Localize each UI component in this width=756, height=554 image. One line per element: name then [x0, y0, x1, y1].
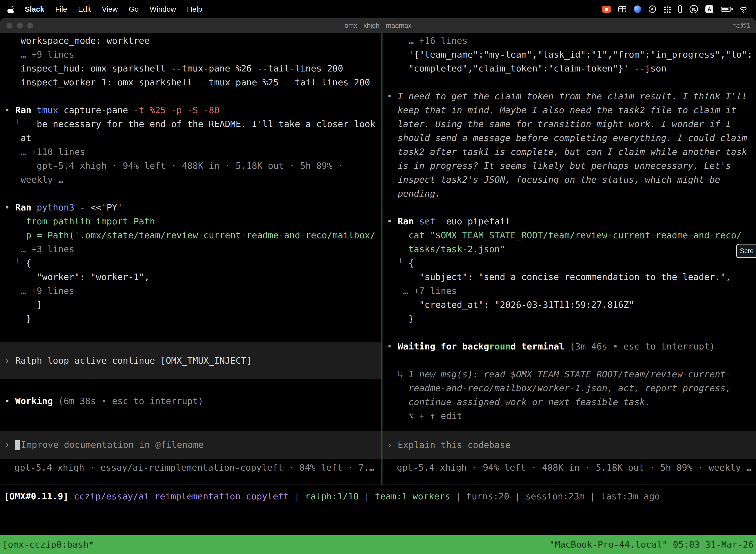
text-run: Working: [15, 396, 58, 406]
text-run: task2 after task1 is complete, but can I…: [387, 147, 747, 157]
wifi-icon[interactable]: [739, 5, 749, 13]
text-run: •: [387, 91, 397, 101]
minimize-button[interactable]: [17, 22, 23, 29]
battery-icon[interactable]: [721, 7, 731, 12]
text-run: '{"team_name":"my-team","task_id":"1","f…: [387, 49, 753, 60]
terminal-line: ↳ 1 new msg(s): read $OMX_TEAM_STATE_ROO…: [382, 367, 756, 381]
text-run: "worker": "worker-1",: [4, 272, 149, 282]
text-run: continue assigned work or next feasible …: [387, 397, 650, 407]
blue-app-icon[interactable]: [634, 5, 641, 13]
menu-bar: Slack FileEditViewGoWindowHelp 61A: [0, 0, 756, 18]
terminal-line: readme-and-reco/mailbox/worker-1.json, a…: [382, 381, 756, 395]
terminal-line: ]: [0, 298, 381, 312]
text-run: ⌥ + ↑ edit: [387, 411, 462, 421]
text-run: "created_at": "2026-03-31T11:59:27.816Z": [387, 299, 634, 310]
menu-list: FileEditViewGoWindowHelp: [55, 5, 202, 13]
left-prompt-line: › Improve documentation in @filename: [0, 440, 381, 450]
terminal-line: keep that in mind. Maybe I also need the…: [382, 103, 756, 117]
text-run: pending.: [387, 188, 441, 199]
apple-menu[interactable]: [7, 5, 15, 13]
tmux-status-left: [omx-cczip0:bash*: [2, 539, 94, 550]
menu-help[interactable]: Help: [187, 5, 202, 13]
text-run: -euo pipefail: [435, 216, 510, 226]
text-run: •: [4, 105, 15, 115]
text-run: ]: [4, 299, 42, 310]
text-run: inspect_hud: omx sparkshell --tmux-pane …: [4, 63, 343, 73]
text-run: should send a message before completing …: [387, 133, 747, 143]
dots-grid-icon[interactable]: [664, 6, 671, 13]
text-run: team:1 workers: [375, 491, 450, 501]
text-run: └: [387, 258, 408, 268]
text-run: last:3m ago: [601, 491, 660, 501]
terminal-line: • I need to get the claim token from the…: [382, 89, 756, 103]
figure-icon[interactable]: [678, 5, 682, 13]
menu-window[interactable]: Window: [149, 5, 176, 13]
terminal-line: at: [0, 131, 381, 145]
text-run: session:23m: [525, 491, 584, 501]
terminal-line: cat "$OMX_TEAM_STATE_ROOT/team/review-cu…: [382, 228, 756, 242]
text-run: |: [585, 491, 601, 501]
terminal-line: inspect_hud: omx sparkshell --tmux-pane …: [0, 62, 381, 75]
window-title-bar[interactable]: omx --xhigh --madmax ⌥⌘1: [0, 18, 756, 33]
text-run: gpt-5.4 xhigh · 94% left · 488K in · 5.1…: [4, 161, 343, 171]
menu-file[interactable]: File: [55, 5, 67, 13]
terminal-region: workspace_mode: worktree … +9 lines insp…: [0, 33, 756, 485]
menu-view[interactable]: View: [102, 5, 118, 13]
text-run: later. Using the same for transition mig…: [387, 119, 731, 129]
text-run: set: [419, 216, 435, 226]
text-run: |: [509, 491, 525, 501]
text-run: (3m 46s • esc to interrupt): [564, 341, 715, 351]
left-pane[interactable]: workspace_mode: worktree … +9 lines insp…: [0, 33, 381, 485]
right-pane-lines: … +16 lines '{"team_name":"my-team","tas…: [382, 34, 756, 423]
text-run: └: [4, 119, 37, 129]
right-prompt-input[interactable]: › Explain this codebase: [382, 431, 756, 459]
terminal-line: workspace_mode: worktree: [0, 34, 381, 48]
text-run: roun: [489, 341, 511, 351]
terminal-line: inspect_worker-1: omx sparkshell --tmux-…: [0, 75, 381, 89]
ralph-status-band: › Ralph loop active continue [OMX_TMUX_I…: [0, 342, 381, 379]
terminal-line: • Ran python3 - <<'PY': [0, 201, 381, 214]
left-prompt-input[interactable]: › Improve documentation in @filename: [0, 431, 381, 459]
window-title: omx --xhigh --madmax: [344, 22, 412, 30]
text-run: … +9 lines: [4, 286, 74, 296]
text-run: ralph:1/10: [305, 491, 359, 501]
terminal-line: inspect task2's JSON, focusing on the st…: [382, 173, 756, 187]
traffic-lights: [6, 22, 33, 29]
menu-go[interactable]: Go: [129, 5, 139, 13]
screen-recording-stop-icon[interactable]: [602, 6, 611, 13]
dark-circle-app-icon[interactable]: [649, 5, 656, 13]
text-run: Ran: [397, 216, 419, 226]
close-button[interactable]: [6, 22, 12, 29]
terminal-line: "worker": "worker-1",: [0, 270, 381, 284]
terminal-line: }: [0, 312, 381, 326]
screen-edge-overlay-label: Scre: [740, 247, 754, 255]
terminal-line: should send a message before completing …: [382, 131, 756, 145]
text-run: Explain this codebase: [397, 440, 510, 450]
zoom-button[interactable]: [27, 22, 33, 29]
text-run: python3: [37, 202, 74, 213]
right-pane-status: gpt-5.4 xhigh · 94% left · 488K in · 5.1…: [397, 461, 756, 475]
cursor-block: [15, 440, 20, 450]
text-run: - <<'PY': [74, 202, 123, 213]
menu-edit[interactable]: Edit: [78, 5, 91, 13]
terminal-line: └ {: [382, 256, 756, 270]
text-run: cat "$OMX_TEAM_STATE_ROOT/team/review-cu…: [387, 230, 742, 240]
terminal-line: [0, 89, 381, 103]
text-run: "subject": "send a concise recommendatio…: [387, 272, 731, 282]
percent-badge-icon[interactable]: 61: [690, 5, 698, 13]
text-run: •: [4, 396, 15, 406]
text-run: |: [289, 491, 305, 501]
terminal-line: p = Path('.omx/state/team/review-current…: [0, 228, 381, 242]
input-source-icon[interactable]: A: [705, 5, 713, 13]
terminal-line: ⌥ + ↑ edit: [382, 409, 756, 423]
text-run: {: [408, 258, 414, 268]
text-run: is in progress? It seems likely but perh…: [387, 161, 731, 171]
tmux-status-bar: [omx-cczip0:bash* "MacBook-Pro-44.local"…: [0, 535, 756, 554]
text-run: turns:20: [466, 491, 509, 501]
left-pane-status: gpt-5.4 xhigh · essay/ai-reimplementatio…: [14, 461, 381, 475]
window-grid-icon[interactable]: [618, 6, 626, 12]
app-menu-slack[interactable]: Slack: [25, 5, 44, 13]
right-pane[interactable]: … +16 lines '{"team_name":"my-team","tas…: [382, 33, 756, 485]
screen-edge-overlay[interactable]: Scre: [736, 244, 756, 258]
left-pane-lines: workspace_mode: worktree … +9 lines insp…: [0, 34, 381, 326]
